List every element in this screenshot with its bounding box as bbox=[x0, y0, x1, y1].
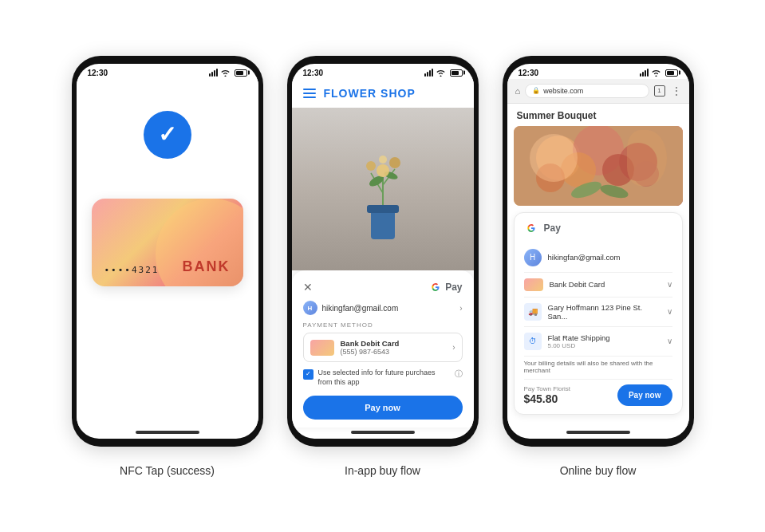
shipping-rate-row-online[interactable]: ⏱ Flat Rate Shipping 5.00 USD ∨ bbox=[524, 327, 672, 357]
pay-total-amount: $45.80 bbox=[524, 392, 571, 405]
card-icon-online bbox=[524, 278, 543, 291]
phone-online-screen: 12:30 bbox=[507, 64, 689, 439]
bouquet-illustration bbox=[514, 126, 683, 206]
browser-home-icon[interactable]: ⌂ bbox=[515, 86, 521, 96]
gpay-logo: Pay bbox=[428, 280, 462, 294]
phone-inapp: 12:30 bbox=[287, 56, 479, 447]
pay-footer: Pay Town Florist $45.80 Pay now bbox=[524, 384, 672, 406]
mini-card-icon bbox=[310, 340, 334, 356]
user-chevron: › bbox=[459, 304, 462, 313]
gpay-text: Pay bbox=[445, 282, 462, 293]
flower-shop-title: FLOWER SHOP bbox=[324, 87, 416, 100]
card-visual: ••••4321 BANK bbox=[92, 199, 243, 286]
user-row-online[interactable]: H hikingfan@gmail.com bbox=[524, 243, 672, 273]
home-indicator-inapp bbox=[351, 431, 415, 434]
browser-address-bar[interactable]: 🔒 website.com bbox=[525, 84, 649, 98]
browser-url: website.com bbox=[543, 87, 583, 95]
time-icon-online: ⏱ bbox=[524, 333, 542, 350]
billing-notice: Your billing details will also be shared… bbox=[524, 357, 672, 380]
online-content: Summer Bouquet bbox=[507, 104, 689, 428]
browser-bar: ⌂ 🔒 website.com 1 ⋮ bbox=[507, 79, 689, 104]
wifi-icon-nfc bbox=[220, 69, 231, 77]
svg-rect-1 bbox=[367, 205, 399, 213]
checkbox-row[interactable]: ✓ Use selected info for future purchaes … bbox=[303, 368, 463, 387]
phone-nfc-container: 12:30 bbox=[72, 56, 263, 477]
user-email-online: hikingfan@gmail.com bbox=[548, 253, 672, 262]
status-icons-online bbox=[640, 69, 678, 77]
flower-illustration bbox=[343, 137, 423, 241]
signal-icon-online bbox=[640, 69, 649, 77]
checkbox-blue[interactable]: ✓ bbox=[303, 369, 313, 380]
card-chevron-online: ∨ bbox=[667, 280, 672, 289]
card-name-online: Bank Debit Card bbox=[550, 280, 661, 289]
phone-online: 12:30 bbox=[503, 56, 694, 447]
battery-icon-inapp bbox=[450, 69, 463, 77]
status-bar-inapp: 12:30 bbox=[292, 64, 474, 79]
svg-point-8 bbox=[366, 161, 376, 171]
svg-point-9 bbox=[389, 157, 400, 168]
phone-nfc-screen: 12:30 bbox=[77, 64, 258, 439]
card-number: (555) 987-6543 bbox=[341, 348, 447, 356]
user-email-row[interactable]: H hikingfan@gmail.com › bbox=[303, 301, 463, 315]
gpay-text-online: Pay bbox=[544, 223, 561, 234]
lock-icon: 🔒 bbox=[532, 87, 540, 94]
hamburger-icon[interactable] bbox=[303, 89, 316, 98]
card-bank: BANK bbox=[183, 258, 231, 275]
gpay-logo-row: Pay bbox=[428, 280, 462, 294]
status-icons-inapp bbox=[424, 69, 463, 77]
shipping-chevron-online: ∨ bbox=[667, 307, 672, 316]
g-logo-online bbox=[524, 221, 538, 235]
payment-method-label: PAYMENT METHOD bbox=[303, 321, 463, 329]
svg-point-17 bbox=[602, 154, 634, 186]
card-chevron: › bbox=[452, 343, 455, 352]
pay-merchant: Pay Town Florist bbox=[524, 385, 571, 392]
gpay-close-button[interactable]: ✕ bbox=[303, 281, 313, 294]
shipping-icon-online: 🚚 bbox=[524, 303, 542, 321]
wifi-icon-online bbox=[651, 69, 661, 77]
wifi-icon-inapp bbox=[436, 69, 446, 77]
shipping-rate-chevron: ∨ bbox=[667, 337, 672, 345]
svg-point-7 bbox=[377, 164, 389, 177]
pay-now-button-online[interactable]: Pay now bbox=[617, 384, 672, 406]
status-bar-online: 12:30 bbox=[507, 64, 689, 79]
shipping-row-online[interactable]: 🚚 Gary Hoffmann 123 Pine St. San... ∨ bbox=[524, 298, 672, 327]
success-circle: ✓ bbox=[144, 111, 191, 159]
flower-image-area bbox=[292, 108, 474, 271]
phone-label-online: Online buy flow bbox=[560, 464, 637, 477]
gpay-sheet-header: ✕ Pay bbox=[303, 280, 463, 294]
browser-tab-icon[interactable]: 1 bbox=[654, 85, 665, 97]
status-time-nfc: 12:30 bbox=[88, 69, 108, 77]
signal-icon-inapp bbox=[424, 69, 433, 77]
gpay-card-online: Pay H hikingfan@gmail.com Bank Debit Car… bbox=[514, 212, 683, 415]
phone-label-nfc: NFC Tap (success) bbox=[120, 464, 215, 477]
payment-method-row[interactable]: Bank Debit Card (555) 987-6543 › bbox=[303, 333, 463, 362]
info-icon: ⓘ bbox=[455, 368, 463, 379]
user-avatar-online: H bbox=[524, 249, 542, 266]
svg-rect-0 bbox=[371, 209, 395, 239]
bouquet-image bbox=[514, 126, 683, 206]
pay-now-button-inapp[interactable]: Pay now bbox=[303, 396, 463, 420]
pay-total-section: Pay Town Florist $45.80 bbox=[524, 385, 571, 405]
home-indicator-online bbox=[566, 431, 630, 434]
svg-point-19 bbox=[633, 161, 659, 187]
nfc-screen-content: ✓ ••••4321 BANK bbox=[77, 79, 258, 428]
checkbox-text: Use selected info for future purchaes fr… bbox=[318, 368, 450, 387]
status-time-inapp: 12:30 bbox=[303, 69, 324, 77]
checkmark-icon: ✓ bbox=[158, 124, 176, 146]
phone-label-inapp: In-app buy flow bbox=[345, 464, 420, 477]
battery-icon-nfc bbox=[235, 69, 247, 77]
phone-inapp-container: 12:30 bbox=[287, 56, 479, 477]
status-icons-nfc bbox=[209, 69, 247, 77]
card-row-online[interactable]: Bank Debit Card ∨ bbox=[524, 273, 672, 298]
battery-icon-online bbox=[665, 69, 678, 77]
status-bar-nfc: 12:30 bbox=[77, 64, 258, 79]
gpay-sheet-inapp: ✕ Pay bbox=[292, 270, 474, 427]
browser-menu-icon[interactable]: ⋮ bbox=[672, 85, 681, 97]
phone-inapp-screen: 12:30 bbox=[292, 64, 474, 439]
user-avatar-inapp: H bbox=[303, 301, 317, 315]
gpay-card-header: Pay bbox=[524, 221, 672, 235]
product-title: Summer Bouquet bbox=[507, 104, 689, 126]
phone-nfc: 12:30 bbox=[72, 56, 263, 447]
phone-online-container: 12:30 bbox=[503, 56, 694, 477]
shipping-name-online: Gary Hoffmann 123 Pine St. San... bbox=[548, 303, 661, 321]
